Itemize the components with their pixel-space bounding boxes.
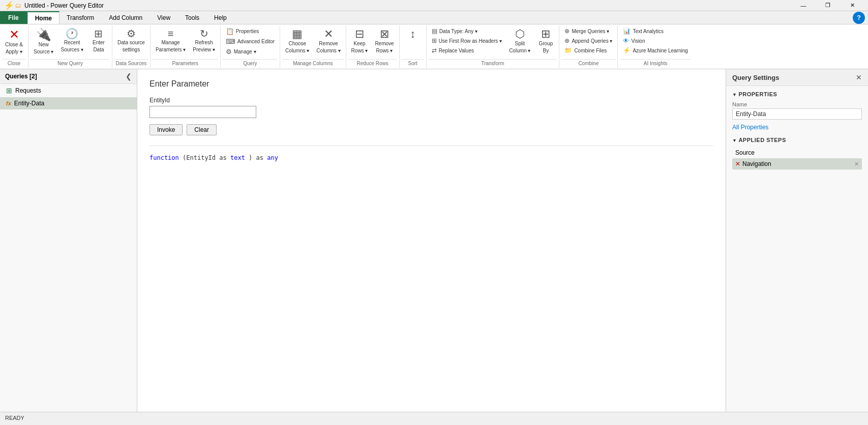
ribbon-group-close: ✕ Close & Apply ▾ Close [0,25,28,68]
ribbon-group-new-query: 🔌 New Source ▾ 🕐 Recent Sources ▾ ⊞ Ente… [28,25,112,68]
keep-rows-button[interactable]: ⊟ Keep Rows ▾ [348,26,371,56]
ribbon-group-transform: ▤ Data Type: Any ▾ ⊞ Use First Row as He… [427,25,560,68]
ribbon-group-manage-columns-label: Manage Columns [282,59,344,67]
title-bar-title: Untitled - Power Query Editor [24,2,104,9]
transform-vertical-left: ▤ Data Type: Any ▾ ⊞ Use First Row as He… [429,26,505,55]
remove-columns-icon: ✕ [324,29,333,40]
ribbon: ✕ Close & Apply ▾ Close 🔌 New Source ▾ 🕐… [0,24,868,69]
clear-button[interactable]: Clear [187,124,217,135]
text-analytics-button[interactable]: 📊 Text Analytics [620,26,691,36]
first-row-headers-button[interactable]: ⊞ Use First Row as Headers ▾ [429,36,505,45]
content-inner: Enter Parameter EntityId Invoke Clear fu… [137,69,726,412]
remove-rows-button[interactable]: ⊠ Remove Rows ▾ [372,26,397,56]
step-source[interactable]: Source [732,147,862,158]
refresh-preview-button[interactable]: ↻ Refresh Preview ▾ [190,26,218,55]
name-label: Name [732,101,862,107]
ribbon-group-parameters: ≡ Manage Parameters ▾ ↻ Refresh Preview … [151,25,221,68]
recent-sources-button[interactable]: 🕐 Recent Sources ▾ [57,26,86,55]
formula-function-keyword: function [149,154,179,161]
param-buttons: Invoke Clear [149,124,713,135]
vision-button[interactable]: 👁 Vision [620,36,691,45]
combine-files-button[interactable]: 📁 Combine Files [561,46,615,55]
replace-values-button[interactable]: ⇄ Replace Values [429,46,505,55]
query-settings-body: PROPERTIES Name All Properties APPLIED S… [726,86,868,175]
ai-vertical: 📊 Text Analytics 👁 Vision ⚡ Azure Machin… [620,26,691,55]
remove-rows-icon: ⊠ [380,29,389,40]
ribbon-group-ai-insights: 📊 Text Analytics 👁 Vision ⚡ Azure Machin… [618,25,693,68]
properties-button[interactable]: 📋 Properties [223,26,278,36]
ribbon-group-manage-columns: ▦ Choose Columns ▾ ✕ Remove Columns ▾ Ma… [280,25,346,68]
query-vertical-section: 📋 Properties ⌨ Advanced Editor ⚙ Manage … [223,26,278,56]
step-navigation[interactable]: ✕ Navigation ✕ [732,158,862,169]
group-by-icon: ⊞ [541,29,550,40]
sidebar-item-requests-label: Requests [15,87,41,94]
tab-help[interactable]: Help [207,11,234,24]
step-navigation-error-icon: ✕ [735,160,740,167]
entity-data-fx-icon: fx [6,100,11,106]
main-layout: Queries [2] ❮ ⊞ Requests fx Entity-Data … [0,69,868,412]
group-by-button[interactable]: ⊞ Group By [534,26,557,56]
sidebar-item-requests[interactable]: ⊞ Requests [0,84,137,97]
status-text: READY [5,415,24,421]
ribbon-group-data-sources: ⚙ Data source settings Data Sources [112,25,151,68]
name-input[interactable] [732,108,862,120]
title-bar-left: ⚡ 🗂 Untitled - Power Query Editor [4,2,104,10]
applied-steps-section-title: APPLIED STEPS [732,137,862,143]
formula-divider [149,146,713,146]
split-column-button[interactable]: ⬡ Split Column ▾ [506,26,533,56]
entity-id-input[interactable] [149,106,256,118]
minimize-button[interactable]: — [792,0,815,11]
remove-columns-button[interactable]: ✕ Remove Columns ▾ [313,26,343,56]
ribbon-group-reduce-rows-label: Reduce Rows [348,59,397,67]
close-button[interactable]: ✕ [841,0,864,11]
ribbon-group-ai-insights-label: AI Insights [620,59,691,67]
restore-button[interactable]: ❐ [816,0,840,11]
data-type-button[interactable]: ▤ Data Type: Any ▾ [429,26,505,36]
query-settings-panel: Query Settings ✕ PROPERTIES Name All Pro… [726,69,868,412]
choose-columns-button[interactable]: ▦ Choose Columns ▾ [282,26,312,56]
combine-vertical: ⊕ Merge Queries ▾ ⊕ Append Queries ▾ 📁 C… [561,26,615,55]
tab-add-column[interactable]: Add Column [102,11,150,24]
tab-file[interactable]: File [0,11,27,24]
sidebar: Queries [2] ❮ ⊞ Requests fx Entity-Data [0,69,137,412]
sort-button[interactable]: ↕ [402,26,424,42]
ribbon-group-parameters-label: Parameters [153,59,218,67]
azure-ml-button[interactable]: ⚡ Azure Machine Learning [620,46,691,55]
manage-parameters-icon: ≡ [168,29,174,39]
combine-files-icon: 📁 [564,47,572,53]
ribbon-group-sort: ↕ Sort [400,25,427,68]
step-navigation-delete-icon[interactable]: ✕ [854,161,859,167]
sidebar-toggle-button[interactable]: ❮ [126,72,132,80]
tab-view[interactable]: View [150,11,178,24]
new-source-button[interactable]: 🔌 New Source ▾ [31,26,56,57]
title-bar: ⚡ 🗂 Untitled - Power Query Editor — ❐ ✕ [0,0,868,11]
ribbon-group-combine-label: Combine [561,59,615,67]
manage-query-button[interactable]: ⚙ Manage ▾ [223,47,278,56]
enter-data-button[interactable]: ⊞ Enter Data [87,26,110,55]
tab-home[interactable]: Home [27,11,59,24]
ribbon-group-combine: ⊕ Merge Queries ▾ ⊕ Append Queries ▾ 📁 C… [559,25,618,68]
invoke-button[interactable]: Invoke [149,124,183,135]
ribbon-group-query-label: Query [223,59,278,67]
advanced-editor-button[interactable]: ⌨ Advanced Editor [223,37,278,46]
data-source-settings-button[interactable]: ⚙ Data source settings [114,26,148,55]
enter-data-icon: ⊞ [94,29,103,39]
merge-queries-button[interactable]: ⊕ Merge Queries ▾ [561,26,615,36]
content-area: Enter Parameter EntityId Invoke Clear fu… [137,69,726,412]
help-icon[interactable]: ? [853,12,865,24]
sidebar-item-entity-data[interactable]: fx Entity-Data [0,97,137,109]
manage-parameters-button[interactable]: ≡ Manage Parameters ▾ [153,26,189,55]
app-icon: ⚡ [4,2,12,10]
formula-content: (EntityId as [183,154,230,161]
all-properties-link[interactable]: All Properties [732,124,862,131]
recent-sources-icon: 🕐 [66,29,78,39]
query-settings-close-button[interactable]: ✕ [856,73,862,81]
requests-table-icon: ⊞ [6,87,12,95]
tab-transform[interactable]: Transform [59,11,102,24]
azure-ml-icon: ⚡ [623,47,631,53]
tab-tools[interactable]: Tools [178,11,207,24]
append-queries-button[interactable]: ⊕ Append Queries ▾ [561,36,615,45]
ribbon-group-reduce-rows: ⊟ Keep Rows ▾ ⊠ Remove Rows ▾ Reduce Row… [346,25,400,68]
close-apply-button[interactable]: ✕ Close & Apply ▾ [2,26,26,57]
advanced-editor-icon: ⌨ [226,38,235,45]
